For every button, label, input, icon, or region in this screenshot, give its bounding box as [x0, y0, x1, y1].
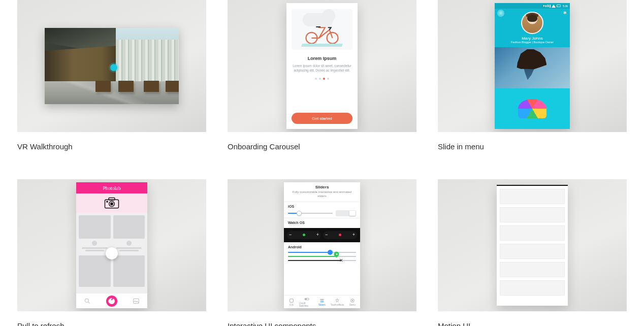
profile-name: Mary Johns [522, 36, 542, 41]
list-item [500, 262, 565, 277]
feed-image [495, 47, 570, 88]
cloud-icon [303, 13, 333, 26]
refresh-knob [106, 247, 118, 259]
mock-body: Lorem ipsum dolor sit amet, consectetur … [292, 63, 352, 73]
card-title: VR Walkthrough [17, 142, 206, 151]
battery-icon [557, 5, 561, 7]
image-icon [133, 298, 140, 305]
mock-subtitle: Fully customizable interactive and anima… [284, 190, 360, 202]
clock: 5:36 [563, 5, 568, 8]
card-motion-ui[interactable]: Motion UI [438, 179, 627, 326]
wifi-icon [552, 5, 556, 8]
list-item [500, 225, 565, 241]
camera-icon [76, 193, 147, 213]
phone-mock: 5:36 ✻ Mary Johns Fashion Blogger | Bout… [495, 3, 570, 129]
svg-rect-10 [305, 298, 309, 300]
list-item [500, 244, 565, 259]
search-icon [84, 298, 91, 305]
card-onboarding-carousel[interactable]: Lorem Ipsum Lorem ipsum dolor sit amet, … [228, 0, 416, 151]
card-slide-in-menu[interactable]: 5:36 ✻ Mary Johns Fashion Blogger | Bout… [438, 0, 627, 151]
bottom-nav [76, 293, 147, 308]
svg-point-11 [305, 299, 307, 300]
profile-subtitle: Fashion Blogger | Boutique Owner [511, 41, 554, 44]
gear-icon: ✻ [563, 11, 567, 15]
get-started-button: Get started [292, 113, 352, 124]
phone-mock: Sliders Fully customizable interactive a… [284, 182, 360, 308]
card-interactive-ui-components[interactable]: Sliders Fully customizable interactive a… [228, 179, 416, 326]
section-label-android: Android [288, 245, 356, 249]
brush-fab-icon [106, 296, 117, 307]
brand-label: Photolab [103, 185, 121, 191]
mock-title: Sliders [284, 182, 360, 190]
card-title: Motion UI [438, 321, 627, 326]
phone-mock: Lorem Ipsum Lorem ipsum dolor sit amet, … [286, 3, 358, 129]
thumbnail[interactable] [438, 179, 627, 311]
section-label-watch: Watch OS [288, 221, 356, 224]
phone-mock [497, 185, 568, 306]
section-label-ios: iOS [288, 205, 356, 208]
card-title: Slide in menu [438, 142, 627, 151]
vr-hotspot-icon [110, 64, 117, 71]
svg-point-1 [327, 32, 338, 44]
thumbnail[interactable]: Sliders Fully customizable interactive a… [228, 179, 416, 311]
svg-point-7 [85, 299, 88, 302]
list-item [500, 189, 565, 204]
svg-rect-5 [109, 198, 115, 201]
svg-point-4 [111, 203, 113, 205]
list-item [500, 207, 565, 222]
thumbnail[interactable]: Photolab [17, 179, 206, 311]
mock-heading: Lorem Ipsum [308, 56, 337, 61]
card-title: Onboarding Carousel [228, 142, 416, 151]
phone-mock: Photolab [76, 182, 147, 308]
card-vr-walkthrough[interactable]: VR Walkthrough [17, 0, 206, 151]
feed-image [495, 88, 570, 129]
card-pull-to-refresh[interactable]: Photolab [17, 179, 206, 326]
watchos-row: −+ −+ [284, 228, 360, 242]
card-title: Pull to refresh [17, 321, 206, 326]
svg-rect-9 [290, 299, 294, 302]
page-dots [315, 78, 329, 80]
avatar [521, 12, 543, 34]
card-title: Interactive UI components [228, 321, 416, 326]
list-item [500, 280, 565, 296]
vr-scene [45, 28, 179, 104]
android-slider-blue [288, 252, 356, 253]
status-bar: 5:36 [495, 3, 570, 9]
gallery-grid: VR Walkthrough Lorem Ipsum Lo [17, 0, 627, 326]
ios-slider [288, 213, 333, 214]
thumbnail[interactable]: 5:36 ✻ Mary Johns Fashion Blogger | Bout… [438, 0, 627, 132]
svg-point-6 [107, 201, 108, 202]
hamburger-menu-icon [497, 10, 504, 17]
thumbnail[interactable] [17, 0, 206, 132]
bottom-tabs: iOS On/off Switches Sliders Touch effect… [284, 295, 360, 308]
android-slider-green [288, 256, 356, 257]
beanie-icon [518, 99, 546, 118]
thumbnail[interactable]: Lorem Ipsum Lorem ipsum dolor sit amet, … [228, 0, 416, 132]
android-slider-dark: ✕ [288, 260, 356, 261]
ios-stepper [336, 210, 356, 216]
